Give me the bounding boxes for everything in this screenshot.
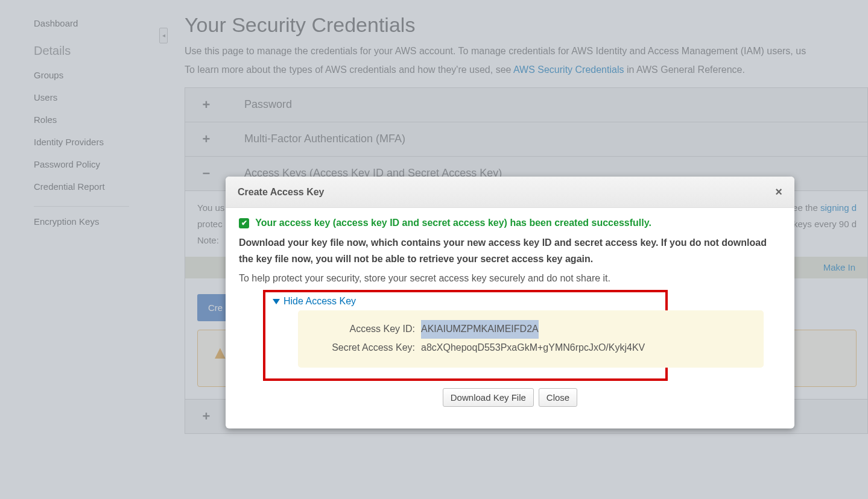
success-message: ✔ Your access key (access key ID and sec… [239, 218, 781, 228]
sidebar-item-dashboard[interactable]: Dashboard [34, 12, 163, 34]
chevron-down-icon [273, 299, 280, 304]
sidebar-item-users[interactable]: Users [34, 86, 163, 108]
intro-line-1: Use this page to manage the credentials … [185, 46, 806, 56]
accordion-label: Password [244, 98, 292, 111]
sidebar-item-groups[interactable]: Groups [34, 64, 163, 86]
secret-access-key-value[interactable]: a8cXQhepoqD553PxaGkM+gYMN6rpcJxO/Kykj4KV [421, 339, 645, 357]
sidebar-item-password-policy[interactable]: Password Policy [34, 153, 163, 175]
collapse-icon: − [198, 166, 214, 181]
accordion-mfa[interactable]: + Multi-Factor Authentication (MFA) [185, 122, 868, 157]
close-icon[interactable]: × [775, 185, 782, 199]
panel-text: protec [197, 219, 223, 229]
make-inactive-link[interactable]: Make In [823, 259, 855, 275]
intro-line-2b: in AWS General Reference. [627, 64, 745, 75]
dialog-body: ✔ Your access key (access key ID and sec… [226, 208, 794, 428]
dialog-header: Create Access Key × [226, 177, 794, 208]
download-key-file-button[interactable]: Download Key File [443, 388, 534, 407]
sidebar-item-roles[interactable]: Roles [34, 108, 163, 131]
access-key-id-value[interactable]: AKIAIUMZPMKAIMEIFD2A [421, 320, 539, 338]
security-note: To help protect your security, store you… [239, 273, 781, 284]
sidebar-header-details: Details [34, 38, 163, 64]
panel-text: ee the [793, 202, 820, 213]
sidebar-item-identity-providers[interactable]: Identity Providers [34, 131, 163, 153]
access-key-box: Access Key ID: AKIAIUMZPMKAIMEIFD2A Secr… [298, 310, 764, 368]
expand-icon: + [198, 131, 214, 147]
access-key-id-label: Access Key ID: [312, 320, 415, 338]
dialog-footer: Download Key File Close [239, 381, 781, 418]
access-key-highlight: Hide Access Key Access Key ID: AKIAIUMZP… [263, 290, 668, 381]
accordion-label: Multi-Factor Authentication (MFA) [244, 133, 405, 145]
intro-link-credentials[interactable]: AWS Security Credentials [513, 64, 624, 75]
panel-text: keys every 90 d [793, 216, 857, 232]
accordion-password[interactable]: + Password [185, 87, 868, 122]
expand-icon: + [198, 409, 214, 424]
secret-access-key-label: Secret Access Key: [312, 339, 415, 357]
signing-link[interactable]: signing d [820, 202, 857, 213]
expand-icon: + [198, 97, 214, 113]
hide-access-key-toggle[interactable]: Hide Access Key [273, 296, 658, 307]
create-access-key-dialog: Create Access Key × ✔ Your access key (a… [226, 177, 794, 428]
download-warning: Download your key file now, which contai… [239, 234, 781, 267]
intro-line-2a: To learn more about the types of AWS cre… [185, 64, 513, 75]
success-text: Your access key (access key ID and secre… [255, 218, 651, 228]
panel-text: You us [197, 202, 224, 213]
dialog-title: Create Access Key [238, 187, 325, 198]
sidebar-divider [34, 206, 129, 207]
intro-text: Use this page to manage the credentials … [185, 43, 868, 79]
sidebar: Dashboard Details Groups Users Roles Ide… [0, 0, 163, 499]
page-title: Your Security Credentials [185, 13, 868, 37]
sidebar-item-credential-report[interactable]: Credential Report [34, 175, 163, 198]
close-button[interactable]: Close [539, 388, 577, 407]
check-icon: ✔ [239, 218, 249, 228]
sidebar-item-encryption-keys[interactable]: Encryption Keys [34, 210, 163, 233]
hide-access-key-label: Hide Access Key [284, 296, 356, 307]
